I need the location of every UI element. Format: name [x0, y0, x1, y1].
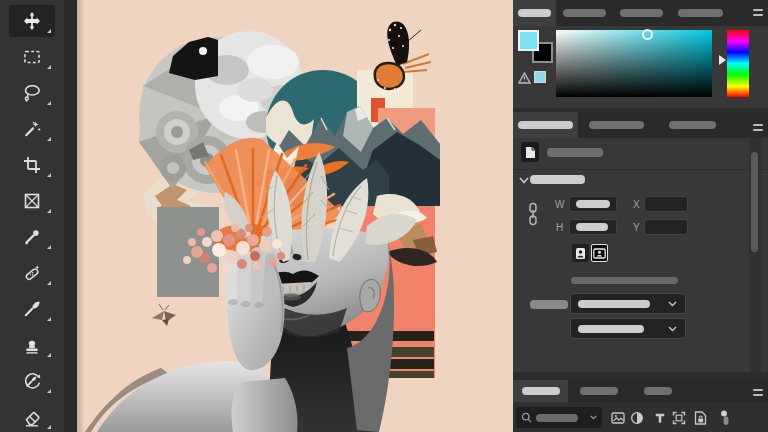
tool-flyout-indicator	[47, 425, 51, 429]
eyedropper-icon	[22, 227, 42, 247]
tool-flyout-indicator	[47, 29, 51, 33]
magic-wand-icon	[22, 119, 42, 139]
adjustment-layer-filter-icon[interactable]	[629, 410, 644, 425]
layers-tabbar	[513, 380, 768, 402]
tool-flyout-indicator	[47, 353, 51, 357]
x-label: X	[633, 197, 640, 213]
properties-tabbar	[513, 112, 768, 138]
eraser-icon	[22, 407, 42, 427]
portrait-orientation-button[interactable]	[572, 244, 589, 262]
height-field[interactable]	[569, 219, 617, 235]
canvas-artwork	[77, 0, 513, 432]
section-divider	[513, 169, 768, 170]
width-field[interactable]	[569, 196, 617, 212]
scrollbar-thumb[interactable]	[751, 152, 758, 252]
color-panel-tabbar	[513, 0, 768, 26]
chevron-down-icon[interactable]	[519, 177, 529, 184]
tool-brush[interactable]	[9, 293, 55, 325]
move-icon	[22, 11, 42, 31]
tool-healing-brush[interactable]	[9, 257, 55, 289]
layer-filtering-toggle-icon[interactable]	[717, 410, 732, 425]
tool-flyout-indicator	[47, 137, 51, 141]
tool-move[interactable]	[9, 5, 55, 37]
link-dimensions-icon[interactable]	[527, 202, 539, 226]
pasteboard-gutter	[64, 0, 77, 432]
section-title-placeholder	[530, 175, 585, 184]
chevron-down-icon	[668, 301, 677, 307]
tool-eraser[interactable]	[9, 401, 55, 432]
tool-flyout-indicator	[47, 317, 51, 321]
chevron-down-icon	[590, 415, 597, 420]
type-layer-filter-icon[interactable]	[652, 410, 667, 425]
pixel-layer-filter-icon[interactable]	[610, 410, 625, 425]
hue-slider-arrow	[719, 55, 726, 65]
color-panel-tab-4[interactable]	[670, 0, 730, 26]
color-picker-cursor[interactable]	[642, 29, 653, 40]
layers-tab-3[interactable]	[630, 380, 685, 402]
brush-icon	[22, 299, 42, 319]
tool-frame[interactable]	[9, 185, 55, 217]
tool-magic-wand[interactable]	[9, 113, 55, 145]
chevron-down-icon	[668, 326, 677, 332]
tool-flyout-indicator	[47, 245, 51, 249]
y-field[interactable]	[644, 219, 688, 235]
properties-tab-3[interactable]	[655, 112, 730, 138]
tool-flyout-indicator	[47, 209, 51, 213]
saturation-brightness-field[interactable]	[556, 30, 712, 97]
color-panel-tab-1[interactable]	[513, 0, 556, 26]
tool-flyout-indicator	[47, 281, 51, 285]
clone-stamp-icon	[22, 335, 42, 355]
tool-crop[interactable]	[9, 149, 55, 181]
landscape-orientation-button[interactable]	[591, 244, 608, 262]
toolbar	[0, 0, 64, 432]
hue-slider[interactable]	[727, 30, 749, 97]
search-icon	[521, 412, 532, 423]
tool-history-brush[interactable]	[9, 365, 55, 397]
tool-flyout-indicator	[47, 389, 51, 393]
layers-filter-row	[513, 402, 768, 432]
panel-menu-icon[interactable]	[753, 124, 763, 131]
properties-tab-2[interactable]	[578, 112, 655, 138]
crop-icon	[22, 155, 42, 175]
canvas-area[interactable]	[77, 0, 513, 432]
width-label: W	[555, 197, 564, 213]
panel-menu-icon[interactable]	[753, 389, 763, 396]
scrollbar-track[interactable]	[749, 138, 761, 372]
color-panel-tab-3[interactable]	[612, 0, 670, 26]
frame-icon	[22, 191, 42, 211]
x-field[interactable]	[644, 196, 688, 212]
foreground-color-swatch[interactable]	[518, 30, 539, 51]
document-icon	[521, 142, 539, 162]
tool-lasso[interactable]	[9, 77, 55, 109]
layers-tab-2[interactable]	[568, 380, 630, 402]
document-name-placeholder	[547, 148, 603, 157]
gamut-swatch[interactable]	[534, 71, 546, 83]
tool-flyout-indicator	[47, 101, 51, 105]
smart-object-filter-icon[interactable]	[693, 410, 708, 425]
separator-placeholder	[571, 277, 678, 284]
healing-brush-icon	[22, 263, 42, 283]
tool-rectangular-marquee[interactable]	[9, 41, 55, 73]
gamut-warning-icon	[518, 70, 531, 88]
height-label: H	[556, 220, 563, 236]
color-picker-panel	[513, 0, 768, 108]
properties-tab-1[interactable]	[513, 112, 578, 138]
dropdown-2[interactable]	[570, 318, 686, 339]
panel-divider	[513, 372, 768, 380]
tool-clone-stamp[interactable]	[9, 329, 55, 361]
right-panel-rail: W X H Y	[513, 0, 768, 432]
history-brush-icon	[22, 371, 42, 391]
layer-search-box[interactable]	[516, 407, 602, 428]
color-panel-tab-2[interactable]	[556, 0, 612, 26]
frame-layer-filter-icon[interactable]	[671, 410, 686, 425]
tool-eyedropper[interactable]	[9, 221, 55, 253]
panel-menu-icon[interactable]	[753, 9, 763, 16]
dropdown-label-placeholder	[530, 300, 568, 309]
dropdown-1[interactable]	[570, 293, 686, 314]
layers-tab-1[interactable]	[513, 380, 568, 402]
lasso-icon	[22, 83, 42, 103]
tool-flyout-indicator	[47, 173, 51, 177]
y-label: Y	[633, 220, 640, 236]
photo-editor-app: W X H Y	[0, 0, 768, 432]
properties-body: W X H Y	[513, 138, 768, 372]
